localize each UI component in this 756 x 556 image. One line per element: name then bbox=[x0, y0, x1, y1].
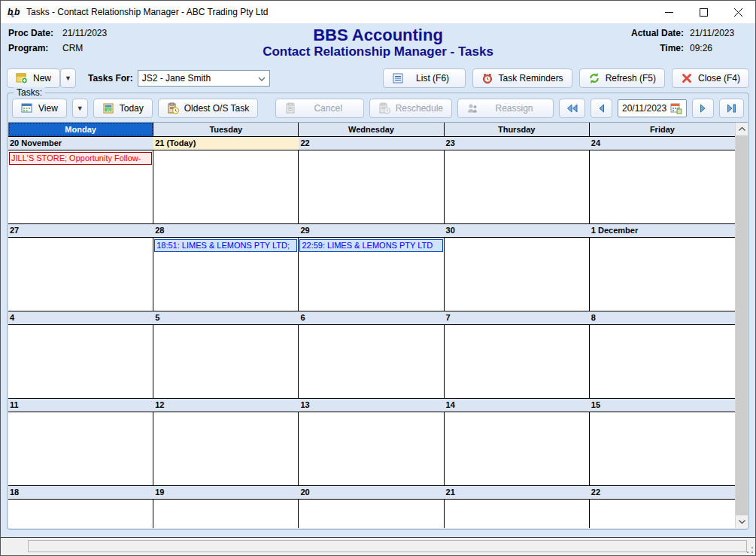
day-cell[interactable] bbox=[590, 325, 735, 398]
scroll-up-button[interactable] bbox=[736, 123, 748, 135]
day-cell[interactable] bbox=[445, 412, 590, 485]
day-cell[interactable] bbox=[445, 238, 590, 311]
date-label: 15 bbox=[590, 399, 735, 412]
day-cell[interactable] bbox=[590, 150, 735, 223]
calendar-week-1: 20 November21 (Today)222324JILL'S STORE;… bbox=[8, 137, 735, 224]
task-entry[interactable]: 18:51: LIMES & LEMONS PTY LTD; bbox=[154, 239, 297, 252]
day-cell[interactable]: 18:51: LIMES & LEMONS PTY LTD; bbox=[153, 238, 299, 311]
today-button[interactable]: 10 Today bbox=[93, 99, 153, 118]
day-cell[interactable] bbox=[8, 238, 153, 311]
nav-date-input[interactable] bbox=[622, 103, 670, 114]
day-cell[interactable] bbox=[299, 500, 444, 528]
day-cell[interactable] bbox=[590, 412, 735, 485]
day-header-thursday[interactable]: Thursday bbox=[445, 123, 590, 136]
day-cell[interactable] bbox=[8, 325, 153, 398]
tasks-for-value: JS2 - Jane Smith bbox=[142, 73, 258, 84]
day-cell[interactable] bbox=[153, 412, 299, 485]
scrollbar-thumb[interactable] bbox=[736, 135, 748, 515]
day-header-friday[interactable]: Friday bbox=[590, 123, 735, 136]
refresh-arrows-icon bbox=[588, 72, 600, 84]
view-button[interactable]: View bbox=[12, 99, 67, 118]
date-label: 28 bbox=[153, 224, 299, 237]
close-button-label: Close (F4) bbox=[698, 73, 740, 84]
maximize-button[interactable] bbox=[686, 1, 721, 23]
chevron-up-icon bbox=[739, 127, 745, 131]
vertical-scrollbar[interactable] bbox=[735, 123, 748, 528]
day-cell[interactable] bbox=[445, 325, 590, 398]
calendar-picker-icon[interactable] bbox=[670, 102, 682, 114]
refresh-button-label: Refresh (F5) bbox=[606, 73, 656, 84]
resize-grip[interactable] bbox=[746, 546, 754, 554]
list-button[interactable]: List (F6) bbox=[383, 68, 466, 88]
day-header-tuesday[interactable]: Tuesday bbox=[153, 123, 299, 136]
time-value: 09:26 bbox=[690, 43, 746, 53]
day-cell[interactable] bbox=[590, 500, 735, 528]
cancel-button: Cancel bbox=[275, 99, 364, 118]
date-label: 8 bbox=[590, 311, 735, 324]
svg-text:10: 10 bbox=[106, 108, 111, 112]
tasks-for-select[interactable]: JS2 - Jane Smith bbox=[138, 70, 270, 87]
clipboard-icon bbox=[284, 102, 296, 114]
list-icon bbox=[392, 72, 404, 84]
date-label: 1 December bbox=[590, 224, 735, 237]
chevron-down-icon bbox=[739, 520, 745, 524]
day-header-monday[interactable]: Monday bbox=[8, 123, 153, 136]
actual-date-value: 21/11/2023 bbox=[690, 28, 746, 38]
day-header-wednesday[interactable]: Wednesday bbox=[299, 123, 444, 136]
first-week-button[interactable] bbox=[559, 99, 585, 118]
day-cell[interactable] bbox=[153, 150, 299, 223]
date-label: 13 bbox=[299, 399, 444, 412]
day-cell[interactable] bbox=[445, 150, 590, 223]
calendar-nav bbox=[559, 99, 744, 118]
next-week-button[interactable] bbox=[692, 99, 714, 118]
day-cell[interactable] bbox=[299, 325, 444, 398]
actual-date-label: Actual Date: bbox=[631, 28, 690, 38]
task-entry[interactable]: JILL'S STORE; Opportunity Follow- bbox=[9, 152, 152, 165]
day-cell[interactable] bbox=[153, 325, 299, 398]
chevron-down-icon: ▼ bbox=[77, 105, 83, 112]
page-header: Proc Date: 21/11/2023 Program: CRM BBS A… bbox=[1, 23, 755, 65]
date-label: 7 bbox=[445, 311, 590, 324]
day-cell[interactable] bbox=[299, 412, 444, 485]
proc-date-label: Proc Date: bbox=[8, 28, 62, 38]
day-cell[interactable]: 22:59: LIMES & LEMONS PTY LTD bbox=[299, 238, 444, 311]
calendar-day-icon: 10 bbox=[102, 102, 114, 114]
day-cell[interactable]: JILL'S STORE; Opportunity Follow- bbox=[8, 150, 153, 223]
day-cell[interactable] bbox=[8, 412, 153, 485]
date-label: 20 bbox=[299, 486, 444, 499]
chevron-down-icon: ▼ bbox=[65, 74, 71, 82]
day-cell[interactable] bbox=[445, 500, 590, 528]
task-reminders-button[interactable]: Task Reminders bbox=[472, 68, 572, 88]
date-label: 23 bbox=[445, 137, 590, 150]
list-button-label: List (F6) bbox=[416, 73, 449, 84]
note-plus-icon bbox=[16, 72, 28, 84]
close-button[interactable]: Close (F4) bbox=[672, 68, 749, 88]
reassign-button: Reassign bbox=[457, 99, 554, 118]
scroll-down-button[interactable] bbox=[736, 515, 748, 528]
nav-date-field[interactable] bbox=[618, 99, 687, 117]
calendar: MondayTuesdayWednesdayThursdayFriday 20 … bbox=[8, 122, 748, 528]
task-entry[interactable]: 22:59: LIMES & LEMONS PTY LTD bbox=[299, 239, 442, 252]
date-label: 5 bbox=[153, 311, 299, 324]
previous-week-button[interactable] bbox=[591, 99, 612, 118]
close-window-button[interactable] bbox=[721, 1, 755, 23]
clipboard-clock-icon bbox=[167, 102, 179, 114]
date-label: 22 bbox=[590, 486, 735, 499]
day-cell[interactable] bbox=[299, 150, 444, 223]
date-label: 12 bbox=[153, 399, 299, 412]
refresh-button[interactable]: Refresh (F5) bbox=[579, 68, 665, 88]
view-dropdown-button[interactable]: ▼ bbox=[72, 99, 88, 118]
new-button[interactable]: New bbox=[7, 68, 60, 88]
tasks-for-label: Tasks For: bbox=[88, 73, 133, 84]
date-label: 11 bbox=[8, 399, 153, 412]
window-title: Tasks - Contact Relationship Manager - A… bbox=[26, 7, 269, 17]
program-label: Program: bbox=[8, 43, 62, 53]
last-week-button[interactable] bbox=[719, 99, 744, 118]
day-cell[interactable] bbox=[590, 238, 735, 311]
tasks-group-label: Tasks: bbox=[14, 87, 45, 98]
day-cell[interactable] bbox=[153, 500, 299, 528]
day-cell[interactable] bbox=[8, 500, 153, 528]
minimize-button[interactable] bbox=[651, 1, 686, 23]
oldest-os-task-button[interactable]: Oldest O/S Task bbox=[158, 99, 258, 118]
new-dropdown-button[interactable]: ▼ bbox=[60, 68, 76, 88]
